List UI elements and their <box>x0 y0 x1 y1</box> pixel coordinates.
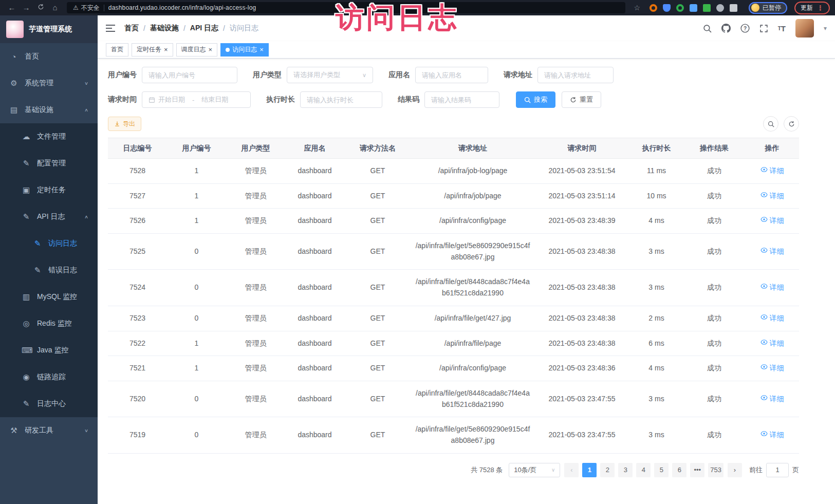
export-button[interactable]: 导出 <box>108 117 141 131</box>
pagination: 共 7528 条 10条/页 ∨ ‹ 123456•••753 › 前往 页 <box>108 463 799 477</box>
user-avatar[interactable] <box>795 19 814 38</box>
app-logo[interactable]: 芋道管理系统 <box>0 15 98 43</box>
sidebar-item-infra[interactable]: ▤基础设施∧ <box>0 97 98 123</box>
font-size-icon[interactable]: TT <box>778 24 786 33</box>
extension-blue-shield-icon[interactable] <box>663 4 671 12</box>
sidebar-item-file[interactable]: ☁文件管理 <box>0 123 98 150</box>
sidebar-item-dev-tools[interactable]: ⚒研发工具∨ <box>0 417 98 444</box>
actions-cell: 详细 <box>745 306 799 331</box>
pager-page-753[interactable]: 753 <box>708 463 723 477</box>
filter-input-duration[interactable] <box>300 91 382 108</box>
extension-green-circle-icon[interactable] <box>676 4 684 12</box>
filter-input-result-code[interactable] <box>424 91 499 108</box>
sidebar-item-system[interactable]: ⚙系统管理∨ <box>0 70 98 97</box>
sidebar-item-api-log[interactable]: ✎API 日志∧ <box>0 203 98 230</box>
bookmark-star-icon[interactable]: ☆ <box>634 4 640 12</box>
eye-icon <box>760 394 768 405</box>
extension-pin-icon[interactable] <box>730 4 737 12</box>
filter-label: 执行时长 <box>266 95 295 104</box>
result-cell: 成功 <box>683 306 745 331</box>
sidebar-item-error-log[interactable]: ✎错误日志 <box>0 257 98 284</box>
dashboard-icon: ◔ <box>9 52 18 61</box>
chevron-down-icon[interactable]: ▾ <box>824 25 827 32</box>
detail-button[interactable]: 详细 <box>760 338 784 349</box>
export-button-label: 导出 <box>123 120 135 128</box>
breadcrumb-item[interactable]: 首页 <box>124 24 139 33</box>
detail-button[interactable]: 详细 <box>760 191 784 202</box>
toggle-search-button[interactable] <box>763 116 778 132</box>
tab-close-icon[interactable]: × <box>259 46 264 53</box>
browser-menu-icon[interactable]: ⋮ <box>817 4 824 12</box>
next-page-button[interactable]: › <box>728 463 742 477</box>
browser-back-icon[interactable]: ← <box>5 0 18 15</box>
detail-button[interactable]: 详细 <box>760 363 784 374</box>
pager-page-6[interactable]: 6 <box>672 463 686 477</box>
detail-button[interactable]: 详细 <box>760 313 784 324</box>
reset-button[interactable]: 重置 <box>562 91 601 108</box>
tab-定时任务[interactable]: 定时任务× <box>132 43 173 57</box>
tab-访问日志[interactable]: 访问日志× <box>220 43 269 57</box>
extension-ghost-icon[interactable] <box>716 4 724 12</box>
help-icon[interactable]: ? <box>740 24 750 33</box>
pager-page-5[interactable]: 5 <box>654 463 669 477</box>
github-icon[interactable] <box>721 24 731 33</box>
fullscreen-icon[interactable] <box>759 24 768 33</box>
browser-forward-icon[interactable]: → <box>20 0 33 15</box>
filter-daterange[interactable]: 开始日期-结束日期 <box>142 91 251 108</box>
breadcrumb-item[interactable]: 基础设施 <box>150 24 179 33</box>
sidebar-item-mysql[interactable]: ▥MySQL 监控 <box>0 284 98 310</box>
detail-button[interactable]: 详细 <box>760 215 784 227</box>
filter-select-user-type[interactable]: 请选择用户类型∨ <box>287 67 373 83</box>
pager-page-1[interactable]: 1 <box>582 463 597 477</box>
pager-page-3[interactable]: 3 <box>618 463 633 477</box>
sidebar-item-job[interactable]: ▣定时任务 <box>0 177 98 203</box>
browser-home-icon[interactable]: ⌂ <box>48 0 62 15</box>
method-name-cell: GET <box>344 159 411 184</box>
page-size-select[interactable]: 10条/页 ∨ <box>509 463 560 477</box>
tab-label: 访问日志 <box>232 45 257 54</box>
goto-page-input[interactable] <box>766 463 789 477</box>
tab-首页[interactable]: 首页 <box>106 43 128 57</box>
duration-cell: 3 ms <box>629 417 683 453</box>
sidebar-item-trace[interactable]: ◉链路追踪 <box>0 364 98 390</box>
search-icon[interactable] <box>703 24 712 33</box>
filter-input-request-url[interactable] <box>537 67 614 83</box>
extension-orange-donut-icon[interactable] <box>650 4 657 12</box>
extension-translate-icon[interactable] <box>703 4 711 12</box>
sidebar-item-redis[interactable]: ◎Redis 监控 <box>0 310 98 337</box>
browser-profile-chip[interactable]: 已暂停 <box>749 2 787 14</box>
breadcrumb-item[interactable]: API 日志 <box>190 24 218 33</box>
pager-more-icon[interactable]: ••• <box>690 463 704 477</box>
prev-page-button[interactable]: ‹ <box>564 463 579 477</box>
browser-reload-icon[interactable] <box>34 0 47 15</box>
refresh-button[interactable] <box>784 116 799 132</box>
detail-button[interactable]: 详细 <box>760 165 784 177</box>
sidebar-item-label: 日志中心 <box>37 399 66 408</box>
url-text: dashboard.yudao.iocoder.cn/infra/log/api… <box>108 4 256 11</box>
filter-input-app-name[interactable] <box>415 67 488 83</box>
sidebar-item-java[interactable]: ⌨Java 监控 <box>0 337 98 364</box>
table-row: 75271管理员dashboardGET/api/infra/job/page2… <box>108 183 799 209</box>
tab-close-icon[interactable]: × <box>209 46 213 53</box>
tab-close-icon[interactable]: × <box>164 46 168 53</box>
detail-button[interactable]: 详细 <box>760 246 784 257</box>
not-secure-warning-icon[interactable]: ⚠ 不安全 <box>73 4 100 12</box>
address-bar[interactable]: ⚠ 不安全 dashboard.yudao.iocoder.cn/infra/l… <box>67 2 625 13</box>
goto-suffix: 页 <box>792 465 799 475</box>
extension-blue-cubes-icon[interactable] <box>690 4 697 12</box>
detail-button[interactable]: 详细 <box>760 282 784 293</box>
detail-button[interactable]: 详细 <box>760 430 784 441</box>
hamburger-icon[interactable] <box>106 24 115 32</box>
pager-page-4[interactable]: 4 <box>636 463 651 477</box>
browser-update-button[interactable]: 更新 ⋮ <box>794 2 830 14</box>
sidebar-item-log-center[interactable]: ✎日志中心 <box>0 390 98 417</box>
detail-button[interactable]: 详细 <box>760 394 784 405</box>
filter-input-user-id[interactable] <box>142 67 237 83</box>
search-button[interactable]: 搜索 <box>516 91 555 108</box>
tab-调度日志[interactable]: 调度日志× <box>176 43 218 57</box>
sidebar-item-access-log[interactable]: ✎访问日志 <box>0 230 98 257</box>
sidebar-item-home[interactable]: ◔首页 <box>0 43 98 70</box>
sidebar-item-config[interactable]: ✎配置管理 <box>0 150 98 177</box>
pager-page-2[interactable]: 2 <box>600 463 615 477</box>
table-row: 75211管理员dashboardGET/api/infra/config/pa… <box>108 356 799 381</box>
